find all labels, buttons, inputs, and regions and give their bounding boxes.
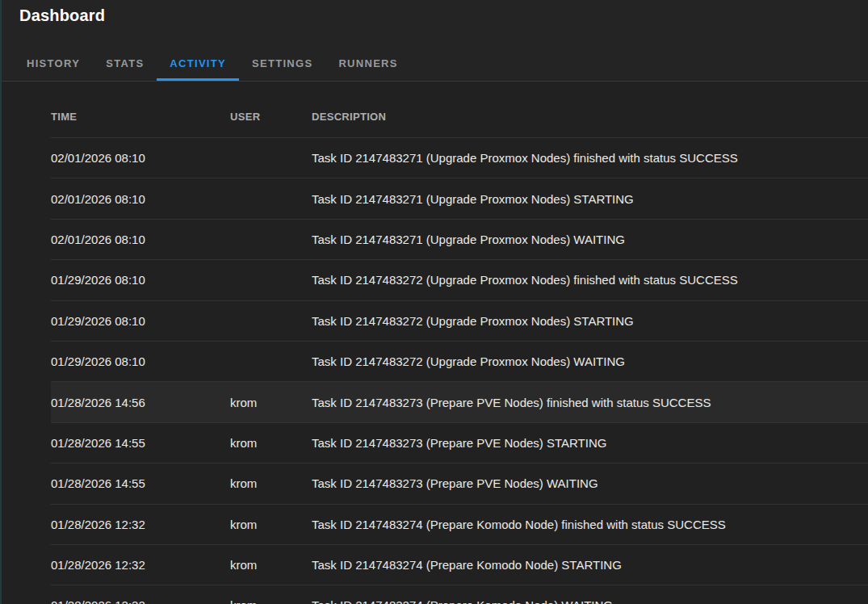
- cell-description: Task ID 2147483274 (Prepare Komodo Node)…: [312, 598, 868, 604]
- column-header-user: USER: [230, 111, 312, 123]
- table-header-row: TIME USER DESCRIPTION: [51, 82, 868, 137]
- cell-time: 01/29/2026 08:10: [51, 314, 230, 328]
- table-row[interactable]: 01/28/2026 14:56kromTask ID 2147483273 (…: [51, 381, 868, 422]
- cell-time: 01/29/2026 08:10: [51, 354, 230, 368]
- table-row[interactable]: 01/29/2026 08:10Task ID 2147483272 (Upgr…: [51, 341, 868, 381]
- cell-description: Task ID 2147483271 (Upgrade Proxmox Node…: [312, 233, 868, 246]
- cell-user: krom: [230, 518, 312, 531]
- table-body: 02/01/2026 08:10Task ID 2147483271 (Upgr…: [51, 137, 868, 604]
- cell-time: 01/28/2026 12:32: [51, 598, 230, 604]
- cell-description: Task ID 2147483274 (Prepare Komodo Node)…: [312, 558, 868, 572]
- cell-time: 01/28/2026 12:32: [51, 558, 230, 572]
- tab-stats[interactable]: STATS: [93, 45, 157, 81]
- cell-time: 02/01/2026 08:10: [51, 192, 230, 206]
- table-row[interactable]: 01/28/2026 12:32kromTask ID 2147483274 (…: [51, 544, 868, 585]
- cell-description: Task ID 2147483271 (Upgrade Proxmox Node…: [312, 151, 868, 165]
- table-row[interactable]: 01/29/2026 08:10Task ID 2147483272 (Upgr…: [51, 300, 868, 341]
- tab-history[interactable]: HISTORY: [14, 45, 93, 81]
- cell-description: Task ID 2147483272 (Upgrade Proxmox Node…: [312, 354, 868, 368]
- cell-description: Task ID 2147483274 (Prepare Komodo Node)…: [312, 518, 868, 531]
- table-row[interactable]: 01/29/2026 08:10Task ID 2147483272 (Upgr…: [51, 259, 868, 300]
- cell-user: krom: [230, 436, 312, 450]
- cell-time: 01/28/2026 12:32: [51, 518, 230, 531]
- left-accent-strip: [0, 0, 2, 604]
- cell-time: 01/29/2026 08:10: [51, 273, 230, 287]
- tab-settings[interactable]: SETTINGS: [239, 45, 325, 81]
- cell-user: krom: [230, 558, 312, 572]
- cell-time: 01/28/2026 14:56: [51, 396, 230, 409]
- table-row[interactable]: 01/28/2026 14:55kromTask ID 2147483273 (…: [51, 422, 868, 463]
- table-row[interactable]: 01/28/2026 12:32kromTask ID 2147483274 (…: [51, 504, 868, 544]
- cell-time: 02/01/2026 08:10: [51, 233, 230, 246]
- cell-description: Task ID 2147483273 (Prepare PVE Nodes) f…: [312, 396, 868, 409]
- column-header-time: TIME: [51, 111, 230, 123]
- column-header-description: DESCRIPTION: [312, 111, 868, 123]
- cell-time: 01/28/2026 14:55: [51, 436, 230, 450]
- table-row[interactable]: 02/01/2026 08:10Task ID 2147483271 (Upgr…: [51, 137, 868, 178]
- table-row[interactable]: 02/01/2026 08:10Task ID 2147483271 (Upgr…: [51, 219, 868, 259]
- table-row[interactable]: 01/28/2026 12:32kromTask ID 2147483274 (…: [51, 585, 868, 604]
- cell-user: krom: [230, 476, 312, 490]
- tab-bar: HISTORYSTATSACTIVITYSETTINGSRUNNERS: [14, 45, 411, 81]
- table-row[interactable]: 01/28/2026 14:55kromTask ID 2147483273 (…: [51, 463, 868, 503]
- cell-description: Task ID 2147483271 (Upgrade Proxmox Node…: [312, 192, 868, 206]
- cell-description: Task ID 2147483272 (Upgrade Proxmox Node…: [312, 314, 868, 328]
- cell-description: Task ID 2147483273 (Prepare PVE Nodes) W…: [312, 476, 868, 490]
- cell-time: 01/28/2026 14:55: [51, 476, 230, 490]
- cell-description: Task ID 2147483272 (Upgrade Proxmox Node…: [312, 273, 868, 287]
- cell-user: krom: [230, 598, 312, 604]
- tab-runners[interactable]: RUNNERS: [325, 45, 410, 81]
- tab-activity[interactable]: ACTIVITY: [157, 45, 239, 81]
- cell-user: krom: [230, 396, 312, 409]
- cell-description: Task ID 2147483273 (Prepare PVE Nodes) S…: [312, 436, 868, 450]
- page-title: Dashboard: [19, 6, 105, 25]
- page-header: Dashboard HISTORYSTATSACTIVITYSETTINGSRU…: [0, 0, 868, 82]
- table-row[interactable]: 02/01/2026 08:10Task ID 2147483271 (Upgr…: [51, 178, 868, 218]
- cell-time: 02/01/2026 08:10: [51, 151, 230, 165]
- activity-table: TIME USER DESCRIPTION 02/01/2026 08:10Ta…: [51, 82, 868, 604]
